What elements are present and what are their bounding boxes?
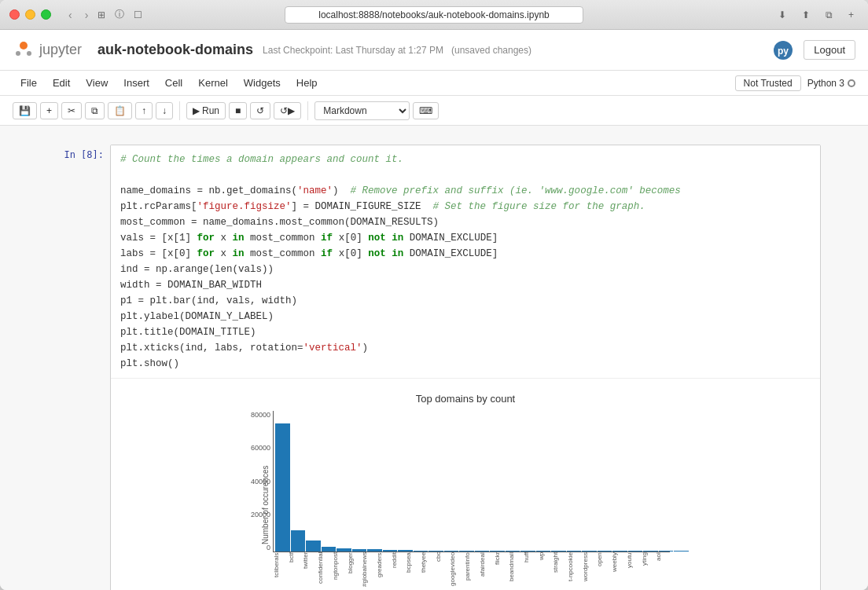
x-label: afairdeal bbox=[479, 552, 494, 590]
move-down-button[interactable]: ↓ bbox=[156, 102, 173, 119]
share-button[interactable]: ⬆ bbox=[797, 8, 815, 22]
x-label: greaders bbox=[376, 552, 391, 590]
bar bbox=[551, 551, 566, 552]
x-label: cbc bbox=[435, 552, 450, 590]
bar bbox=[398, 550, 413, 552]
bar bbox=[598, 551, 612, 552]
restart-run-button[interactable]: ↺▶ bbox=[274, 102, 301, 119]
bar bbox=[275, 423, 290, 552]
bar bbox=[306, 541, 321, 552]
bar bbox=[659, 551, 674, 552]
jupyter-wordmark: jupyter bbox=[39, 42, 82, 58]
copy-button[interactable]: ⧉ bbox=[85, 102, 105, 119]
notebook-title[interactable]: auk-notebook-domains bbox=[97, 42, 253, 58]
menu-edit[interactable]: Edit bbox=[45, 74, 78, 92]
add-tab-button[interactable]: + bbox=[844, 8, 859, 22]
bar bbox=[475, 551, 490, 552]
browser-window: ‹ › ⊞ ⓘ ☐ localhost:8888/notebooks/auk-n… bbox=[0, 0, 868, 590]
bookmark-button[interactable]: ☐ bbox=[129, 8, 147, 22]
bar bbox=[628, 551, 643, 552]
run-button[interactable]: ▶ Run bbox=[186, 102, 226, 119]
x-label: wordpress bbox=[582, 552, 597, 590]
close-button[interactable] bbox=[9, 9, 20, 20]
cell-input[interactable]: # Count the times a domain appears and c… bbox=[111, 145, 820, 378]
menu-help[interactable]: Help bbox=[289, 74, 326, 92]
bar bbox=[612, 551, 627, 552]
bar bbox=[582, 551, 597, 552]
notebook-content[interactable]: In [8]: # Count the times a domain appea… bbox=[0, 126, 868, 590]
x-label: weebly bbox=[611, 552, 626, 590]
menu-kernel[interactable]: Kernel bbox=[190, 74, 236, 92]
cut-button[interactable]: ✂ bbox=[61, 102, 82, 119]
x-label: blogger bbox=[347, 552, 362, 590]
restart-button[interactable]: ↺ bbox=[250, 102, 270, 119]
menu-file[interactable]: File bbox=[13, 74, 45, 92]
insert-cell-button[interactable]: + bbox=[40, 102, 58, 119]
bar bbox=[643, 551, 658, 552]
x-label: twitter bbox=[302, 552, 317, 590]
run-label: Run bbox=[202, 105, 219, 116]
menu-cell[interactable]: Cell bbox=[157, 74, 190, 92]
move-up-button[interactable]: ↑ bbox=[135, 102, 153, 119]
x-label: aol bbox=[655, 552, 670, 590]
address-bar[interactable]: localhost:8888/notebooks/auk-notebook-do… bbox=[285, 6, 583, 24]
info-button[interactable]: ⓘ bbox=[110, 6, 129, 23]
new-tab-button[interactable]: ⧉ bbox=[821, 8, 837, 22]
cell-type-select[interactable]: Markdown Code Raw NBConvert bbox=[314, 101, 410, 120]
svg-text:py: py bbox=[778, 46, 789, 57]
maximize-button[interactable] bbox=[41, 9, 51, 20]
stop-button[interactable]: ■ bbox=[229, 102, 247, 119]
download-button[interactable]: ⬇ bbox=[774, 8, 791, 22]
url-text: localhost:8888/notebooks/auk-notebook-do… bbox=[318, 9, 550, 20]
x-label: confidential bbox=[317, 552, 332, 590]
x-label: beandmail bbox=[508, 552, 523, 590]
x-label: wp bbox=[538, 552, 553, 590]
svg-point-1 bbox=[16, 51, 20, 56]
window-controls bbox=[9, 9, 51, 20]
svg-point-2 bbox=[27, 51, 31, 56]
chart-container: Top domains by count Number of occurence… bbox=[120, 385, 811, 590]
x-label: ngtonpost bbox=[332, 552, 347, 590]
kernel-name: Python 3 bbox=[807, 78, 844, 89]
bar bbox=[352, 549, 367, 552]
tab-overview-button[interactable]: ⊞ bbox=[93, 8, 110, 22]
x-label: #globalnews bbox=[361, 552, 376, 590]
jupyter-logo: jupyter bbox=[13, 39, 82, 61]
x-label: flickr bbox=[494, 552, 509, 590]
not-trusted-button[interactable]: Not Trusted bbox=[735, 75, 801, 91]
toolbar-separator-2 bbox=[307, 101, 308, 120]
paste-button[interactable]: 📋 bbox=[108, 102, 132, 119]
menu-widgets[interactable]: Widgets bbox=[236, 74, 289, 92]
svg-point-0 bbox=[20, 42, 28, 49]
x-label: t-npcookie bbox=[567, 552, 582, 590]
title-bar-right: ⬇ ⬆ ⧉ + bbox=[774, 8, 859, 22]
jupyter-logo-icon bbox=[13, 39, 35, 61]
back-button[interactable]: ‹ bbox=[64, 7, 77, 23]
menu-insert[interactable]: Insert bbox=[116, 74, 157, 92]
jupyter-header-right: py Logout bbox=[772, 39, 855, 61]
forward-button[interactable]: › bbox=[80, 7, 94, 23]
x-label: huff bbox=[523, 552, 538, 590]
x-label: youtu bbox=[626, 552, 641, 590]
checkpoint-info: Last Checkpoint: Last Thursday at 1:27 P… bbox=[263, 45, 531, 56]
x-label: bctf bbox=[288, 552, 303, 590]
code-cell: In [8]: # Count the times a domain appea… bbox=[47, 145, 821, 590]
bar bbox=[459, 551, 474, 552]
bar bbox=[567, 551, 582, 552]
bar bbox=[367, 549, 382, 552]
bars-container bbox=[274, 411, 670, 552]
x-label: thetyee bbox=[420, 552, 435, 590]
minimize-button[interactable] bbox=[25, 9, 35, 20]
x-label: straight bbox=[552, 552, 567, 590]
bar bbox=[444, 551, 459, 552]
save-button[interactable]: 💾 bbox=[13, 102, 37, 119]
logout-button[interactable]: Logout bbox=[804, 40, 855, 60]
keyboard-shortcuts-button[interactable]: ⌨ bbox=[413, 102, 439, 119]
bar bbox=[322, 547, 337, 552]
cell-output: Top domains by count Number of occurence… bbox=[111, 378, 820, 590]
bar bbox=[291, 530, 306, 552]
run-icon: ▶ bbox=[193, 105, 200, 116]
menu-view[interactable]: View bbox=[78, 74, 116, 92]
chart-title: Top domains by count bbox=[416, 393, 515, 405]
python-icon: py bbox=[772, 39, 794, 61]
